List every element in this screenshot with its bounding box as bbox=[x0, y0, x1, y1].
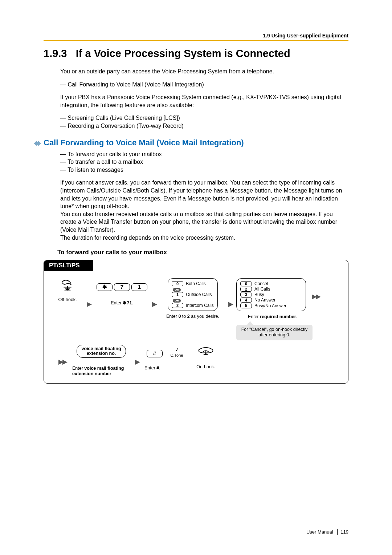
arrow-icon: ▶ bbox=[228, 300, 233, 308]
step-caption: Enter voice mail floating extension numb… bbox=[72, 366, 130, 377]
step-caption: Enter 0 to 2 as you desire. bbox=[166, 314, 219, 319]
cap-text: Enter bbox=[144, 365, 156, 370]
arrow-icon: ▶ bbox=[152, 300, 157, 308]
arrow-icon: ▶ bbox=[135, 358, 140, 366]
cap-text: as you desire. bbox=[190, 314, 219, 319]
step-star71: ✱ 7 1 Enter ✱71. bbox=[95, 278, 149, 306]
double-arrow-icon: ▶ bbox=[312, 292, 321, 300]
body-p2: You can also transfer received outside c… bbox=[60, 210, 348, 234]
body-p3: The duration for recording depends on th… bbox=[60, 234, 348, 242]
page-number: 119 bbox=[340, 529, 348, 535]
flow-row-2: ▶ voice mail floating extension no. Ente… bbox=[44, 340, 348, 377]
step-offhook: Off-hook. bbox=[51, 278, 84, 303]
cap-text: Enter bbox=[111, 300, 123, 305]
onhook-icon bbox=[196, 345, 215, 358]
option-group: 0Cancel 2All Calls 3Busy 4No Answer 5Bus… bbox=[236, 278, 306, 311]
step-caption: Off-hook. bbox=[58, 297, 77, 303]
footer-label: User Manual bbox=[306, 529, 333, 535]
page-title: 1.9.3 If a Voice Processing System is Co… bbox=[44, 48, 348, 60]
footer-divider bbox=[337, 529, 338, 535]
cap-text: . bbox=[296, 314, 297, 319]
list-item: To transfer a call to a mailbox bbox=[60, 158, 348, 166]
option-label: All Calls bbox=[254, 287, 270, 292]
option-label: Outside Calls bbox=[186, 292, 212, 297]
footer: User Manual 119 bbox=[306, 529, 348, 535]
step-onhook: On-hook. bbox=[189, 345, 222, 370]
oval-line2: extension no. bbox=[81, 351, 121, 356]
subsection-title-text: Call Forwarding to Voice Mail (Voice Mai… bbox=[44, 138, 244, 147]
cap-text: . bbox=[111, 371, 113, 376]
step-call-type: 0 Both Calls OR 1 Outside Calls OR 2 Int… bbox=[160, 278, 225, 319]
step-caption: Enter #. bbox=[144, 365, 160, 371]
keycap-1: 1 bbox=[172, 292, 183, 297]
option-label: Cancel bbox=[254, 281, 268, 286]
list-item: To forward your calls to your mailbox bbox=[60, 150, 348, 158]
intro-list2: Screening Calls (Live Call Screening [LC… bbox=[60, 114, 348, 130]
intro-p1: You or an outside party can access the V… bbox=[60, 68, 348, 76]
option-group: 0 Both Calls OR 1 Outside Calls OR 2 Int… bbox=[168, 278, 218, 311]
or-pill: OR bbox=[173, 288, 181, 292]
keycap-7: 7 bbox=[114, 283, 130, 291]
cap-bold: required number bbox=[260, 314, 296, 319]
step-caption: Enter ✱71. bbox=[111, 300, 133, 306]
keycap-5: 5 bbox=[240, 303, 252, 308]
music-note-icon: ♪ bbox=[175, 345, 179, 353]
step-caption: On-hook. bbox=[196, 364, 215, 370]
list-item: Recording a Conversation (Two-way Record… bbox=[60, 122, 348, 130]
ctone-label: C.Tone bbox=[171, 353, 183, 357]
option-label: Busy/No Answer bbox=[254, 303, 286, 308]
keycap-2: 2 bbox=[172, 303, 183, 308]
page: 1.9 Using User-supplied Equipment 1.9.3 … bbox=[0, 0, 392, 555]
intro-block: You or an outside party can access the V… bbox=[60, 68, 348, 130]
header-rule bbox=[44, 40, 348, 41]
cap-text: Enter bbox=[248, 314, 260, 319]
subsection-title: ◆◆ Call Forwarding to Voice Mail (Voice … bbox=[44, 138, 348, 147]
intro-list1: Call Forwarding to Voice Mail (Voice Mai… bbox=[60, 81, 348, 89]
double-arrow-icon: ▶ bbox=[58, 358, 68, 366]
diamond-bullet-icon: ◆◆ bbox=[34, 139, 38, 146]
cap-text: Enter bbox=[166, 314, 178, 319]
keycap-3: 3 bbox=[240, 292, 252, 297]
cap-bold: 2 bbox=[187, 314, 190, 319]
or-pill: OR bbox=[173, 299, 181, 303]
keycap-star: ✱ bbox=[97, 283, 113, 291]
subsection-block: To forward your calls to your mailbox To… bbox=[60, 150, 348, 242]
oval-input-icon: voice mail floating extension no. bbox=[77, 345, 126, 358]
step-caption: Enter required number. bbox=[248, 314, 297, 320]
list-item: Call Forwarding to Voice Mail (Voice Mai… bbox=[60, 81, 348, 89]
option-row: 0 Both Calls bbox=[172, 281, 214, 286]
keycap-hash: # bbox=[147, 350, 163, 357]
cap-text: Enter bbox=[72, 366, 84, 371]
callout-note: For "Cancel", go on-hook directly after … bbox=[236, 325, 313, 340]
body-p1: If you cannot answer calls, you can forw… bbox=[60, 179, 348, 210]
keycap-0: 0 bbox=[240, 281, 252, 286]
option-row: 4No Answer bbox=[240, 297, 302, 303]
cap-text: . bbox=[132, 300, 133, 305]
option-row: 1 Outside Calls bbox=[172, 292, 214, 297]
list-item: Screening Calls (Live Call Screening [LC… bbox=[60, 114, 348, 122]
option-label: Intercom Calls bbox=[186, 303, 214, 308]
title-number: 1.9.3 bbox=[44, 48, 67, 59]
offhook-icon bbox=[60, 278, 75, 294]
list-item: To listen to messages bbox=[60, 166, 348, 174]
keycap-2: 2 bbox=[240, 287, 252, 292]
keycap-4: 4 bbox=[240, 297, 252, 303]
option-label: Both Calls bbox=[186, 281, 206, 286]
keycap-0: 0 bbox=[172, 281, 183, 286]
option-row: 2All Calls bbox=[240, 287, 302, 292]
cap-bold: ✱71 bbox=[123, 300, 132, 305]
title-text: If a Voice Processing System is Connecte… bbox=[76, 48, 290, 59]
oval-line1: voice mail floating bbox=[81, 347, 121, 351]
option-label: Busy bbox=[254, 292, 264, 297]
flowchart-tab: PT/SLT/PS bbox=[44, 260, 93, 271]
sub-list: To forward your calls to your mailbox To… bbox=[60, 150, 348, 174]
cap-text: . bbox=[159, 365, 160, 370]
option-row: 5Busy/No Answer bbox=[240, 303, 302, 308]
intro-p2: If your PBX has a Panasonic Voice Proces… bbox=[60, 93, 348, 109]
cap-text: to bbox=[181, 314, 187, 319]
option-label: No Answer bbox=[254, 297, 275, 303]
step-hash: # ♪ C.Tone Enter #. bbox=[143, 345, 187, 371]
flow-row-1: Off-hook. ▶ ✱ 7 1 Enter ✱71. ▶ 0 bbox=[44, 271, 348, 340]
step-vm-extension: voice mail floating extension no. Enter … bbox=[70, 345, 132, 377]
section-header: 1.9 Using User-supplied Equipment bbox=[44, 33, 348, 39]
